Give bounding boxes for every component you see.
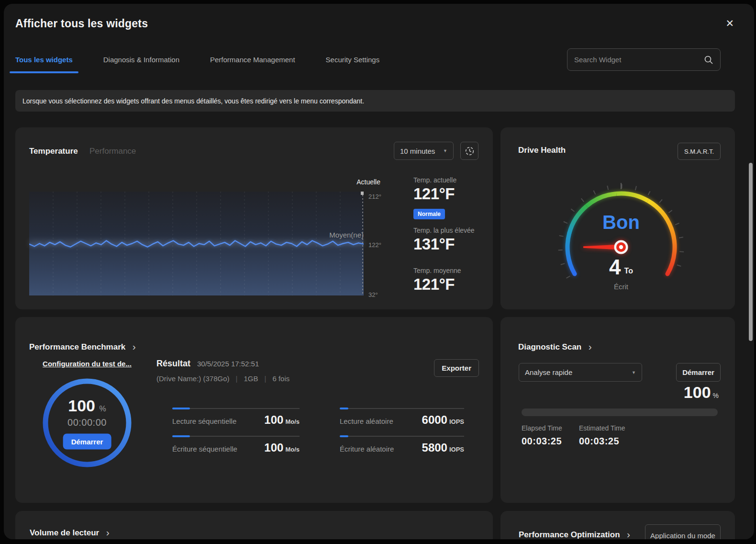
temp-highest-value: 131°F	[413, 235, 455, 253]
apply-mode-button[interactable]: Application du mode	[645, 524, 721, 539]
diagnostic-progress-bar	[522, 408, 718, 416]
scan-mode-select[interactable]: Analyse rapide ▼	[519, 363, 642, 382]
diagnostic-start-button[interactable]: Démarrer	[676, 363, 721, 382]
info-banner: Lorsque vous sélectionnez des widgets of…	[15, 90, 735, 112]
gauge-needle	[583, 240, 628, 254]
tab-bar: Tous les widgets Diagnosis & Information…	[10, 53, 385, 73]
chevron-right-icon: ›	[106, 527, 110, 538]
drive-volume-widget[interactable]: Volume de lecteur ›	[15, 511, 493, 539]
search-input[interactable]	[574, 56, 704, 64]
tab-performance-management[interactable]: Performance Management	[204, 53, 301, 73]
interval-value: 10 minutes	[400, 147, 435, 155]
drive-health-widget[interactable]: Drive Health S.M.A.R.T.	[500, 127, 735, 309]
result-datetime: 30/5/2025 17:52:51	[197, 360, 259, 368]
diagnostic-progress: 100 %	[684, 383, 719, 402]
performance-benchmark-widget[interactable]: Performance Benchmark › Configuration du…	[15, 317, 493, 503]
tab-tous-les-widgets[interactable]: Tous les widgets	[10, 53, 78, 73]
close-icon[interactable]: ✕	[725, 18, 734, 28]
tab-security-settings[interactable]: Security Settings	[320, 53, 386, 73]
temp-highest-label: Temp. la plus élevée	[413, 227, 475, 234]
written-amount: 4 To	[609, 257, 633, 278]
estimated-time-value: 00:03:25	[579, 436, 625, 447]
drive-health-title: Drive Health	[518, 146, 566, 155]
diagnostic-title: Diagnostic Scan	[518, 342, 581, 351]
smart-button[interactable]: S.M.A.R.T.	[678, 143, 721, 160]
tab-diagnosis-information[interactable]: Diagnosis & Information	[98, 53, 185, 73]
ytick-122: 122°	[368, 241, 391, 249]
performance-optimization-widget[interactable]: Performance Optimization › Application d…	[500, 511, 735, 539]
interval-select[interactable]: 10 minutes ▼	[394, 142, 454, 160]
result-label-seq-write: Écriture séquentielle	[172, 445, 237, 453]
health-status: Bon	[602, 212, 640, 233]
current-marker-label: Actuelle	[331, 178, 380, 186]
result-rand-read: Lecture aléatoire 6000IOPS	[340, 407, 464, 427]
temp-status-badge: Normale	[413, 209, 445, 219]
benchmark-start-button[interactable]: Démarrer	[63, 434, 111, 450]
result-value-seq-read: 100	[264, 413, 283, 426]
separator: |	[236, 374, 238, 383]
temperature-widget[interactable]: Temperature Performance 10 minutes ▼ Act…	[15, 127, 493, 309]
temperature-chart	[29, 192, 364, 295]
elapsed-time: Elapsed Time 00:03:25	[522, 424, 562, 447]
current-time-handle	[361, 192, 364, 195]
widgets-modal: Afficher tous les widgets ✕ Tous les wid…	[4, 4, 754, 539]
result-seq-write: Écriture séquentielle 100Mo/s	[172, 435, 300, 454]
result-value-rand-write: 5800	[422, 441, 447, 454]
scrollbar-thumb[interactable]	[749, 163, 753, 341]
result-value-rand-read: 6000	[422, 413, 447, 426]
temp-average-label: Temp. moyenne	[413, 267, 461, 274]
result-header: Résultat 30/5/2025 17:52:51	[156, 359, 259, 369]
search-box	[567, 48, 721, 71]
benchmark-elapsed: 00:00:00	[63, 417, 111, 428]
temperature-title: Temperature	[29, 147, 78, 156]
result-drive: (Drive Name:) (378Go)	[156, 374, 230, 383]
benchmark-progress-unit: %	[99, 405, 106, 413]
temperature-subtitle: Performance	[89, 147, 136, 156]
result-size: 1GB	[244, 374, 258, 383]
caret-down-icon: ▼	[443, 148, 447, 153]
elapsed-time-label: Elapsed Time	[522, 424, 562, 432]
clock-icon	[465, 146, 475, 156]
result-value-seq-write: 100	[264, 441, 283, 454]
result-label: Résultat	[156, 359, 190, 369]
benchmark-title-row[interactable]: Performance Benchmark ›	[29, 341, 136, 352]
written-value: 4	[609, 257, 621, 278]
result-label-rand-write: Écriture aléatoire	[340, 445, 394, 453]
test-config-link[interactable]: Configuration du test de...	[43, 360, 132, 368]
export-button[interactable]: Exporter	[434, 359, 479, 377]
result-meta: (Drive Name:) (378Go) | 1GB | 6 fois	[156, 374, 289, 383]
scan-mode-value: Analyse rapide	[525, 368, 572, 376]
diagnostic-progress-unit: %	[713, 392, 719, 399]
volume-title-row[interactable]: Volume de lecteur ›	[30, 527, 110, 538]
written-unit: To	[624, 267, 633, 278]
estimated-time: Estimated Time 00:03:25	[579, 424, 625, 447]
result-label-rand-read: Lecture aléatoire	[340, 417, 393, 425]
result-rand-write: Écriture aléatoire 5800IOPS	[340, 435, 464, 454]
separator: |	[264, 374, 266, 383]
written-label: Écrit	[614, 283, 628, 291]
history-clock-button[interactable]	[460, 142, 478, 160]
result-iterations: 6 fois	[272, 374, 289, 383]
search-icon[interactable]	[704, 55, 713, 65]
estimated-time-label: Estimated Time	[579, 424, 625, 432]
optimization-title-row[interactable]: Performance Optimization ›	[519, 529, 630, 539]
optimization-title: Performance Optimization	[519, 530, 620, 539]
elapsed-time-value: 00:03:25	[522, 436, 562, 447]
temp-average-value: 121°F	[413, 275, 455, 294]
result-label-seq-read: Lecture séquentielle	[172, 417, 236, 425]
temp-current-label: Temp. actuelle	[413, 176, 456, 184]
caret-down-icon: ▼	[632, 370, 636, 375]
temp-current-value: 121°F	[413, 185, 455, 203]
diagnostic-title-row[interactable]: Diagnostic Scan ›	[518, 341, 592, 352]
diagnostic-progress-value: 100	[684, 383, 711, 402]
chevron-right-icon: ›	[589, 341, 592, 352]
volume-title: Volume de lecteur	[30, 528, 99, 537]
page-title: Afficher tous les widgets	[15, 17, 148, 30]
benchmark-title: Performance Benchmark	[29, 342, 125, 351]
ytick-212: 212°	[368, 193, 391, 200]
chevron-right-icon: ›	[133, 341, 136, 352]
average-marker-label: Moyen(ne)	[302, 231, 364, 239]
benchmark-progress-value: 100	[68, 397, 95, 415]
diagnostic-scan-widget[interactable]: Diagnostic Scan › Analyse rapide ▼ Démar…	[500, 317, 735, 503]
ytick-32: 32°	[368, 291, 391, 298]
